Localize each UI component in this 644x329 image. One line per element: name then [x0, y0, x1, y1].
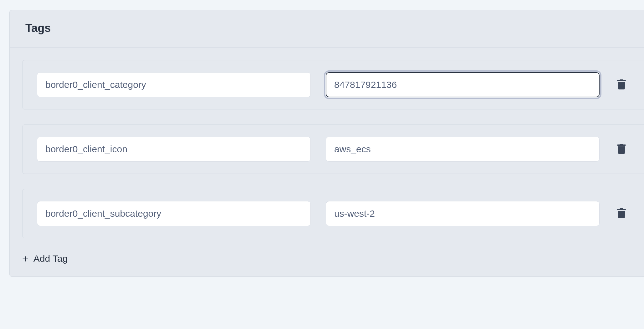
tag-key-input[interactable]	[37, 201, 311, 226]
trash-icon	[617, 79, 626, 90]
add-tag-label: Add Tag	[33, 253, 68, 264]
tags-panel: Tags	[9, 10, 644, 277]
trash-icon	[617, 144, 626, 155]
panel-title: Tags	[25, 22, 628, 35]
panel-header: Tags	[10, 10, 644, 48]
delete-tag-button[interactable]	[615, 141, 628, 157]
add-tag-button[interactable]: + Add Tag	[10, 253, 644, 264]
tag-row	[22, 60, 644, 109]
tag-value-input[interactable]	[326, 137, 600, 162]
tag-key-input[interactable]	[37, 137, 311, 162]
tag-value-input[interactable]	[326, 201, 600, 226]
tag-key-input[interactable]	[37, 72, 311, 97]
plus-icon: +	[22, 253, 28, 264]
delete-tag-button[interactable]	[615, 77, 628, 93]
delete-tag-button[interactable]	[615, 206, 628, 222]
trash-icon	[617, 208, 626, 219]
tag-row	[22, 124, 644, 174]
tag-row	[22, 189, 644, 238]
tag-value-input[interactable]	[326, 72, 600, 97]
panel-body: + Add Tag	[10, 48, 644, 276]
